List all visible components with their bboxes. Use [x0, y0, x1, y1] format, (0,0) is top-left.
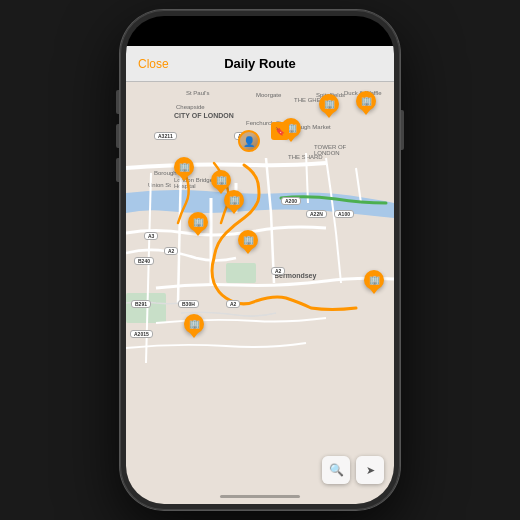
road-badge-a2-left: A2 — [164, 247, 178, 255]
road-badge-a3: A3 — [144, 232, 158, 240]
road-badge-a2-lower: A2 — [226, 300, 240, 308]
marker-building-1[interactable]: 🏢 — [319, 94, 339, 114]
avatar-icon: 👤 — [238, 130, 260, 152]
map-label-moorgate: Moorgate — [256, 92, 281, 98]
building-icon-7: 🏢 — [188, 212, 208, 232]
building-icon-8: 🏢 — [238, 230, 258, 250]
building-icon-4: 🏢 — [174, 157, 194, 177]
marker-building-7[interactable]: 🏢 — [188, 212, 208, 232]
road-badge-a2-mid: A2 — [271, 267, 285, 275]
map-area[interactable]: CITY OF LONDON Cheapside Fenchurch St Lo… — [126, 82, 394, 504]
volume-up-button[interactable] — [116, 90, 119, 114]
location-button[interactable]: ➤ — [356, 456, 384, 484]
map-label-tower: TOWER OFLONDON — [314, 144, 346, 156]
marker-building-9[interactable]: 🏢 — [364, 270, 384, 290]
wifi-icon: ▲ — [350, 37, 357, 44]
road-badge-b240: B240 — [134, 257, 154, 265]
building-icon-1: 🏢 — [319, 94, 339, 114]
phone-screen: 9:41 ●●● ▲ ▮▮ Close Daily Route — [126, 16, 394, 504]
map-label-union: Union St — [148, 182, 171, 188]
building-icon-9: 🏢 — [364, 270, 384, 290]
marker-flag[interactable]: 🔖 — [271, 122, 289, 140]
nav-bar: Close Daily Route — [126, 46, 394, 82]
road-badge-a3211-left: A3211 — [154, 132, 177, 140]
status-time: 9:41 — [142, 34, 170, 44]
road-badge-a2015: A2015 — [130, 330, 153, 338]
flag-icon: 🔖 — [271, 122, 289, 140]
road-badge-b291: B291 — [131, 300, 151, 308]
silent-button[interactable] — [116, 158, 119, 182]
road-badge-a200: A200 — [281, 197, 301, 205]
status-icons: ●●● ▲ ▮▮ — [334, 36, 378, 44]
marker-building-6[interactable]: 🏢 — [224, 190, 244, 210]
map-label-shard: THE SHARD — [288, 154, 323, 160]
building-icon-6: 🏢 — [224, 190, 244, 210]
map-label-st-paul: St Paul's — [186, 90, 210, 96]
map-toolbar: 🔍 ➤ — [322, 456, 384, 484]
marker-building-5[interactable]: 🏢 — [211, 170, 231, 190]
home-indicator[interactable] — [220, 495, 300, 498]
map-background: CITY OF LONDON Cheapside Fenchurch St Lo… — [126, 82, 394, 504]
search-icon: 🔍 — [329, 463, 344, 477]
search-button[interactable]: 🔍 — [322, 456, 350, 484]
volume-down-button[interactable] — [116, 124, 119, 148]
map-svg — [126, 82, 394, 504]
marker-building-4[interactable]: 🏢 — [174, 157, 194, 177]
svg-rect-0 — [126, 293, 166, 323]
map-label-city: CITY OF LONDON — [174, 112, 234, 119]
phone-frame: 9:41 ●●● ▲ ▮▮ Close Daily Route — [120, 10, 400, 510]
marker-building-8[interactable]: 🏢 — [238, 230, 258, 250]
marker-building-10[interactable]: 🏢 — [184, 314, 204, 334]
building-icon-2: 🏢 — [356, 91, 376, 111]
signal-icon: ●●● — [334, 37, 347, 44]
road-badge-a100: A100 — [334, 210, 354, 218]
battery-icon: ▮▮ — [360, 36, 368, 44]
notch — [210, 16, 310, 38]
road-badge-a22n: A22N — [306, 210, 327, 218]
road-badge-b30h: B30H — [178, 300, 199, 308]
map-label-guys: Guy's Hospital — [188, 194, 227, 200]
power-button[interactable] — [401, 110, 404, 150]
svg-rect-1 — [226, 263, 256, 283]
close-button[interactable]: Close — [138, 57, 169, 71]
location-icon: ➤ — [366, 464, 375, 477]
building-icon-10: 🏢 — [184, 314, 204, 334]
user-avatar-marker[interactable]: 👤 — [238, 130, 260, 152]
nav-title: Daily Route — [224, 56, 296, 71]
marker-building-2[interactable]: 🏢 — [356, 91, 376, 111]
building-icon-5: 🏢 — [211, 170, 231, 190]
map-label-cheapside: Cheapside — [176, 104, 205, 110]
